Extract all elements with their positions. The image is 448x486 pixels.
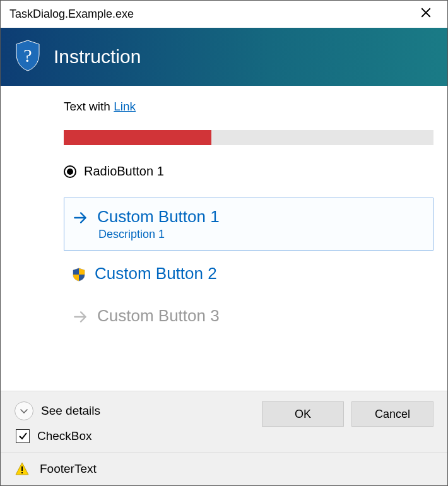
radio-icon: [64, 165, 76, 178]
radio-label: RadioButton 1: [84, 164, 164, 179]
checkbox-label: CheckBox: [37, 429, 92, 443]
footer-text: FooterText: [40, 462, 97, 476]
arrow-right-icon: [72, 309, 88, 328]
command-link-title: Custom Button 2: [95, 264, 217, 283]
svg-rect-2: [21, 472, 23, 473]
body-text-prefix: Text with: [64, 100, 114, 113]
radio-button-1[interactable]: RadioButton 1: [64, 164, 433, 179]
verification-checkbox[interactable]: CheckBox: [16, 429, 100, 443]
command-link-title: Custom Button 1: [97, 207, 220, 227]
body-text: Text with Link: [64, 100, 433, 114]
warning-icon: [15, 461, 30, 477]
checkbox-icon: [16, 429, 30, 443]
command-link-title: Custom Button 3: [97, 306, 220, 326]
command-link-3: Custom Button 3: [64, 297, 433, 337]
svg-rect-1: [21, 466, 23, 471]
body-link[interactable]: Link: [114, 100, 136, 113]
instruction-text: Instruction: [54, 46, 141, 68]
command-link-2[interactable]: Custom Button 2: [64, 254, 433, 293]
command-links: Custom Button 1 Description 1 Custom But…: [64, 198, 433, 337]
shield-question-icon: ?: [15, 39, 41, 74]
close-icon[interactable]: [413, 7, 439, 21]
command-link-1[interactable]: Custom Button 1 Description 1: [64, 198, 433, 251]
title-bar: TaskDialog.Example.exe: [1, 1, 447, 28]
expand-toggle[interactable]: See details: [15, 401, 100, 420]
command-link-description: Description 1: [98, 228, 220, 241]
svg-text:?: ?: [23, 45, 32, 66]
dialog-footer-controls: See details CheckBox OK Cancel: [1, 391, 447, 452]
dialog-header: ? Instruction: [1, 28, 447, 86]
window-title: TaskDialog.Example.exe: [9, 8, 134, 21]
progress-fill: [64, 130, 211, 145]
ok-button[interactable]: OK: [262, 401, 344, 427]
arrow-right-icon: [72, 210, 88, 228]
dialog-content: Text with Link RadioButton 1 Custom Butt…: [1, 86, 447, 391]
uac-shield-icon: [72, 268, 86, 282]
expand-label: See details: [41, 404, 100, 418]
chevron-down-icon: [15, 401, 33, 420]
cancel-button[interactable]: Cancel: [351, 401, 433, 427]
progress-bar: [64, 130, 433, 145]
dialog-footer-text: FooterText: [1, 452, 447, 485]
